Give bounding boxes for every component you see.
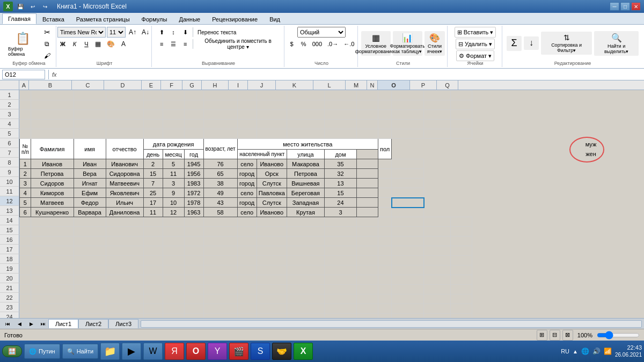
row-header-9[interactable]: 9 — [0, 167, 19, 177]
cell-den-11[interactable]: 25 — [143, 188, 163, 198]
cell-ulica-8[interactable]: Макарова — [287, 159, 324, 169]
cell-d5[interactable] — [106, 129, 143, 139]
italic-btn[interactable]: К — [69, 39, 80, 49]
cell-vozr-12[interactable]: 43 — [203, 198, 237, 208]
cell-h4[interactable] — [203, 120, 237, 129]
cell-tip-13[interactable]: село — [237, 208, 257, 217]
taskbar-skype[interactable]: S — [251, 343, 270, 360]
format-cells-btn[interactable]: ⚙ Формат ▾ — [456, 50, 494, 61]
cell-d1[interactable] — [106, 91, 143, 100]
page-layout-btn[interactable]: ⊟ — [550, 330, 560, 341]
cell-fam-8[interactable]: Иванов — [31, 159, 74, 169]
cell-den-9[interactable]: 15 — [143, 169, 163, 179]
fill-color-btn[interactable]: 🎨 — [105, 39, 117, 49]
row-header-14[interactable]: 14 — [0, 216, 19, 225]
taskbar-browser[interactable]: 🌐 Путин — [24, 344, 60, 359]
cell-n3[interactable] — [378, 110, 391, 120]
cell-pol-13[interactable] — [356, 208, 378, 217]
cell-otch-9[interactable]: Сидоровна — [106, 169, 143, 179]
sheet-tab-1[interactable]: Лист1 — [48, 319, 78, 328]
insert-cells-btn[interactable]: ⊞ Вставить ▾ — [455, 27, 496, 38]
row-header-23[interactable]: 23 — [0, 302, 19, 312]
cell-god-9[interactable]: 1956 — [184, 169, 203, 179]
cell-ulica-13[interactable]: Крутая — [287, 208, 324, 217]
cell-den-12[interactable]: 17 — [143, 198, 163, 208]
cell-mes-10[interactable]: 3 — [163, 179, 184, 188]
taskbar-excel[interactable]: X — [294, 343, 313, 360]
cell-b14[interactable] — [31, 217, 74, 227]
col-header-p[interactable]: P — [410, 80, 437, 90]
increase-font-btn[interactable]: A↑ — [127, 27, 138, 38]
conditional-format-btn[interactable]: ▦ Условное форматирование▾ — [361, 31, 391, 56]
cell-c5[interactable] — [74, 129, 106, 139]
cell-ulica-9[interactable]: Петрова — [287, 169, 324, 179]
header-dom[interactable]: дом — [324, 150, 356, 159]
cell-vozr-10[interactable]: 38 — [203, 179, 237, 188]
cell-j1[interactable] — [257, 91, 287, 100]
col-header-b[interactable]: B — [29, 80, 72, 90]
cell-o2[interactable] — [392, 100, 424, 110]
row-header-22[interactable]: 22 — [0, 293, 19, 302]
cell-den-8[interactable]: 2 — [143, 159, 163, 169]
cell-b5[interactable] — [31, 129, 74, 139]
header-dob[interactable]: дата рождения — [143, 139, 203, 150]
cell-vozr-8[interactable]: 76 — [203, 159, 237, 169]
taskbar-yandex[interactable]: Я — [165, 343, 184, 360]
cell-den-10[interactable]: 7 — [143, 179, 163, 188]
cell-o3[interactable] — [392, 110, 424, 120]
wrap-text-btn[interactable]: Перенос текста — [195, 27, 238, 38]
row-header-15[interactable]: 15 — [0, 225, 19, 235]
cell-n12[interactable] — [378, 198, 391, 208]
cell-q14[interactable] — [451, 217, 472, 227]
align-bottom-btn[interactable]: ⬇ — [180, 27, 191, 38]
cell-tip-11[interactable]: село — [237, 188, 257, 198]
percent-btn[interactable]: % — [298, 39, 309, 49]
fill-btn[interactable]: ↓ — [524, 36, 539, 50]
font-name-select[interactable]: Times New Rom — [57, 27, 106, 38]
col-header-d[interactable]: D — [104, 80, 142, 90]
sheet-next-btn[interactable]: ▶ — [26, 319, 36, 329]
format-painter-btn[interactable]: 🖌 — [42, 50, 53, 61]
cell-ulica-10[interactable]: Вишневая — [287, 179, 324, 188]
row-header-18[interactable]: 18 — [0, 254, 19, 264]
taskbar-media[interactable]: ▶ — [122, 343, 141, 360]
cell-dom-11[interactable]: 15 — [324, 188, 356, 198]
cell-a4[interactable] — [20, 120, 31, 129]
cell-l3[interactable] — [324, 110, 356, 120]
cell-n1[interactable] — [378, 91, 391, 100]
sheet-tab-2[interactable]: Лист2 — [78, 319, 108, 328]
cell-tip-9[interactable]: город — [237, 169, 257, 179]
col-header-l[interactable]: L — [313, 80, 346, 90]
cell-o1[interactable] — [392, 91, 424, 100]
taskbar-word[interactable]: W — [143, 343, 163, 360]
cell-b2[interactable] — [31, 100, 74, 110]
cell-fam-11[interactable]: Киморов — [31, 188, 74, 198]
cell-f3[interactable] — [163, 110, 184, 120]
cell-o13[interactable] — [392, 208, 424, 217]
cell-g3[interactable] — [184, 110, 203, 120]
row-header-3[interactable]: 3 — [0, 109, 19, 119]
page-break-btn[interactable]: ⊠ — [562, 330, 573, 341]
col-header-o[interactable]: O — [378, 80, 410, 90]
cell-j5[interactable] — [257, 129, 287, 139]
tab-data[interactable]: Данные — [173, 13, 206, 24]
tab-insert[interactable]: Вставка — [36, 13, 70, 24]
taskbar-app8[interactable]: 🤝 — [272, 343, 291, 360]
cell-name-10[interactable]: Игнат — [74, 179, 106, 188]
header-god[interactable]: год — [184, 150, 203, 159]
cell-c3[interactable] — [74, 110, 106, 120]
underline-btn[interactable]: Ч — [81, 39, 92, 49]
cell-m1[interactable] — [356, 91, 378, 100]
font-size-select[interactable]: 11 — [107, 27, 126, 38]
row-header-5[interactable]: 5 — [0, 129, 19, 138]
col-header-n[interactable]: N — [367, 80, 378, 90]
close-btn[interactable]: ✕ — [631, 2, 641, 11]
cell-god-11[interactable]: 1972 — [184, 188, 203, 198]
increase-dec-btn[interactable]: .0→ — [325, 39, 340, 49]
cell-e4[interactable] — [143, 120, 163, 129]
row-header-4[interactable]: 4 — [0, 119, 19, 129]
row-header-10[interactable]: 10 — [0, 177, 19, 187]
cell-p3[interactable] — [424, 110, 451, 120]
cell-god-13[interactable]: 1963 — [184, 208, 203, 217]
taskbar-folder[interactable]: 📁 — [100, 343, 120, 360]
